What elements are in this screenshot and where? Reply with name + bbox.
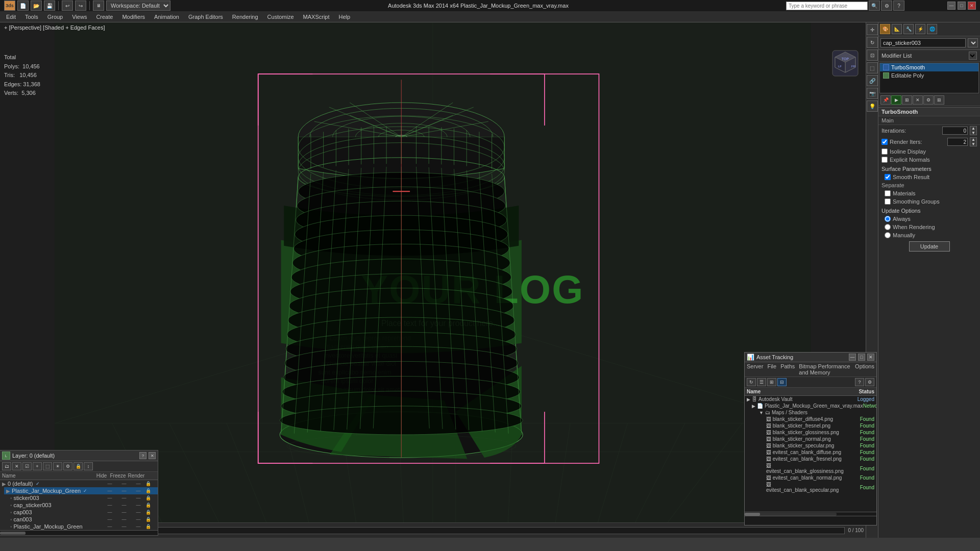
layer-item[interactable]: •can003 ———🔒 xyxy=(8,516,158,523)
layer-active-btn[interactable]: ☑ xyxy=(22,462,32,470)
asset-item[interactable]: 🖼 blank_sticker_diffuse4.png Found xyxy=(745,416,876,422)
undo-btn[interactable]: ↩ xyxy=(62,1,73,11)
props-dropdown[interactable]: ▼ xyxy=(968,38,978,47)
asset-restore-btn[interactable]: □ xyxy=(858,354,865,361)
always-radio[interactable] xyxy=(885,216,891,222)
menu-graph-editors[interactable]: Graph Editors xyxy=(184,13,227,21)
tool-link[interactable]: 🔗 xyxy=(867,75,878,86)
layer-settings-btn[interactable]: ⚙ xyxy=(63,462,72,470)
menu-create[interactable]: Create xyxy=(92,13,117,21)
iterations-spinner[interactable]: ▲▼ xyxy=(970,126,977,135)
asset-list-btn[interactable]: ☰ xyxy=(757,378,766,386)
layer-item[interactable]: •cap003 ———🔒 xyxy=(8,509,158,516)
layer-item[interactable]: ▶ 0 (default) ✓ — — — 🔒 xyxy=(0,480,158,487)
render-iters-checkbox[interactable] xyxy=(881,139,888,145)
isoline-checkbox[interactable] xyxy=(881,148,888,155)
layer-select-btn[interactable]: ⬚ xyxy=(43,462,52,470)
maximize-btn[interactable]: □ xyxy=(958,2,966,10)
layer-scroll-thumb[interactable] xyxy=(0,532,26,535)
asset-item[interactable]: 🖼 blank_sticker_specular.png Found xyxy=(745,442,876,449)
asset-item[interactable]: 🖼 blank_sticker_fresnel.png Found xyxy=(745,422,876,429)
asset-settings-btn[interactable]: ⚙ xyxy=(865,378,874,386)
props-icon2[interactable]: 📐 xyxy=(892,24,902,34)
props-pin-btn[interactable]: 📌 xyxy=(880,95,891,105)
search-options-btn[interactable]: ⚙ xyxy=(881,1,892,11)
menu-rendering[interactable]: Rendering xyxy=(228,13,262,21)
asset-menu-options[interactable]: Options xyxy=(855,363,874,375)
iterations-input[interactable] xyxy=(942,127,968,135)
when-rendering-radio[interactable] xyxy=(885,224,891,230)
asset-refresh-btn[interactable]: ↻ xyxy=(747,378,756,386)
layer-add-btn[interactable]: + xyxy=(33,462,42,470)
menu-tools[interactable]: Tools xyxy=(21,13,42,21)
layer-lock-btn[interactable]: 🔒 xyxy=(74,462,83,470)
asset-menu-paths[interactable]: Paths xyxy=(780,363,795,375)
asset-menu-bitmap[interactable]: Bitmap Performance and Memory xyxy=(799,363,851,375)
asset-close-btn[interactable]: ✕ xyxy=(867,354,874,361)
layer-horizontal-scrollbar[interactable] xyxy=(0,530,158,535)
app-logo[interactable]: 3ds xyxy=(4,1,15,11)
workspace-dropdown[interactable]: Workspace: Default xyxy=(106,1,170,11)
asset-item[interactable]: 🖼 evitest_can_blank_normal.png Found xyxy=(745,474,876,481)
modifier-editable-poly[interactable]: Editable Poly xyxy=(880,71,978,80)
asset-minimize-btn[interactable]: — xyxy=(849,354,856,361)
tool-camera[interactable]: 📷 xyxy=(867,88,878,99)
layer-close-btn[interactable]: ✕ xyxy=(149,452,156,459)
render-iters-spinner[interactable]: ▲▼ xyxy=(970,137,977,146)
asset-item[interactable]: ▶ 📄 Plastic_Jar_Mockup_Green_max_vray.ma… xyxy=(745,403,876,409)
tool-scale[interactable]: ⊡ xyxy=(867,49,878,61)
minimize-btn[interactable]: — xyxy=(947,2,955,10)
asset-scrollbar[interactable] xyxy=(745,512,876,516)
search-btn[interactable]: 🔍 xyxy=(869,1,880,11)
asset-item[interactable]: 🖼 evitest_can_blank_fresnel.png Found xyxy=(745,456,876,462)
redo-btn[interactable]: ↪ xyxy=(75,1,86,11)
props-show-result-btn[interactable]: ▶ xyxy=(891,95,901,105)
props-make-unique-btn[interactable]: ⊞ xyxy=(902,95,912,105)
smooth-result-checkbox[interactable] xyxy=(885,174,891,180)
render-iters-input[interactable] xyxy=(947,138,968,146)
menu-modifiers[interactable]: Modifiers xyxy=(118,13,149,21)
asset-item[interactable]: 🖼 evitest_can_blank_glossiness.png Found xyxy=(745,462,876,474)
props-grid-btn[interactable]: ⊞ xyxy=(934,95,944,105)
asset-item[interactable]: ▶ 🗄 Autodesk Vault Logged xyxy=(745,396,876,403)
help-search-btn[interactable]: ? xyxy=(893,1,904,11)
asset-item[interactable]: 🖼 blank_sticker_glossiness.png Found xyxy=(745,429,876,436)
layer-help-btn[interactable]: ? xyxy=(139,452,146,459)
update-button[interactable]: Update xyxy=(909,241,950,252)
menu-views[interactable]: Views xyxy=(68,13,91,21)
render-setup-btn[interactable]: 🖥 xyxy=(93,1,104,11)
props-icon5[interactable]: 🌐 xyxy=(927,24,937,34)
asset-details-btn[interactable]: ⊟ xyxy=(777,378,787,386)
tool-select[interactable]: ⬚ xyxy=(867,62,878,73)
layer-new-btn[interactable]: 🗂 xyxy=(2,462,11,470)
layer-item[interactable]: •sticker003 ———🔒 xyxy=(8,494,158,502)
menu-group[interactable]: Group xyxy=(43,13,67,21)
props-icon3[interactable]: 🔧 xyxy=(903,24,914,34)
props-configure-btn[interactable]: ⚙ xyxy=(923,95,934,105)
menu-help[interactable]: Help xyxy=(335,13,355,21)
layer-item[interactable]: •Plastic_Jar_Mockup_Green ———🔒 xyxy=(8,523,158,530)
nav-cube[interactable]: TOP FR LF xyxy=(830,48,861,79)
asset-item[interactable]: 🖼 evitest_can_blank_specular.png Found xyxy=(745,481,876,493)
asset-help-btn[interactable]: ? xyxy=(855,378,864,386)
explicit-normals-checkbox[interactable] xyxy=(881,157,888,163)
layer-highlight-btn[interactable]: ☀ xyxy=(53,462,62,470)
tool-move[interactable]: ✛ xyxy=(867,24,878,35)
menu-animation[interactable]: Animation xyxy=(150,13,183,21)
menu-edit[interactable]: Edit xyxy=(2,13,20,21)
layer-delete-btn[interactable]: ✕ xyxy=(12,462,21,470)
asset-path-bar[interactable] xyxy=(745,516,876,525)
menu-maxscript[interactable]: MAXScript xyxy=(299,13,334,21)
asset-item[interactable]: ▼ 🗂 Maps / Shaders xyxy=(745,409,876,416)
asset-menu-server[interactable]: Server xyxy=(747,363,763,375)
tool-light[interactable]: 💡 xyxy=(867,101,878,112)
close-btn[interactable]: ✕ xyxy=(968,2,976,10)
asset-scroll-thumb[interactable] xyxy=(745,513,760,516)
materials-checkbox[interactable] xyxy=(885,190,891,196)
modifier-turbosmooth[interactable]: TurboSmooth xyxy=(880,63,978,71)
asset-item[interactable]: 🖼 blank_sticker_normal.png Found xyxy=(745,436,876,442)
asset-grid-btn[interactable]: ⊞ xyxy=(767,378,776,386)
menu-customize[interactable]: Customize xyxy=(263,13,298,21)
props-icon4[interactable]: ⚡ xyxy=(915,24,925,34)
asset-item[interactable]: 🖼 evitest_can_blank_diffuse.png Found xyxy=(745,449,876,456)
